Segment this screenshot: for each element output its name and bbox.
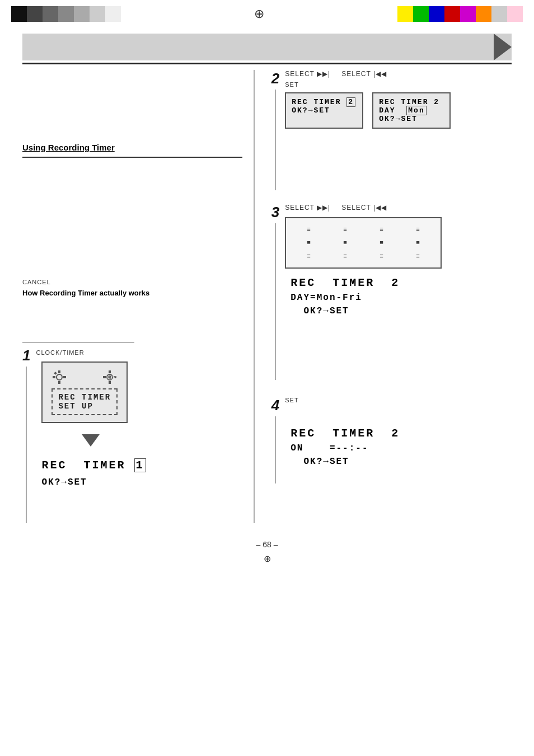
gear-icon-right: REC: [102, 369, 118, 385]
swatch-yellow: [397, 6, 413, 22]
select-left-label: SELECT |◀◀: [341, 70, 387, 78]
main-layout: Using Recording Timer CANCEL How Recordi…: [22, 70, 512, 523]
swatches-left: [11, 6, 121, 22]
svg-point-0: [57, 374, 62, 380]
day-item: ≡: [368, 238, 395, 247]
swatch-green: [413, 6, 429, 22]
swatch-red: [444, 6, 460, 22]
day-item: ≡: [404, 252, 432, 261]
top-divider: [22, 63, 512, 64]
svg-rect-4: [63, 376, 66, 378]
step2-number: 2: [271, 70, 279, 87]
select-row-step2: SELECT ▶▶| SELECT |◀◀: [285, 70, 451, 78]
lcd-display-step1: REC REC TIMER SET UP: [41, 361, 128, 423]
title-arrow: [494, 34, 512, 60]
day-item: ≡: [368, 252, 395, 261]
svg-rect-9: [103, 376, 106, 378]
select-left-label3: SELECT |◀◀: [341, 204, 387, 212]
lcd-display2-right: REC TIMER 2 DAY Mon OK?→SET: [372, 92, 451, 129]
title-banner: [22, 34, 512, 60]
cancel-label: CANCEL: [22, 279, 242, 285]
swatches-right: [397, 6, 523, 22]
day-item: ≡: [331, 238, 359, 247]
rec-timer-display4: REC TIMER 2 ON =--:-- OK?→SET: [291, 426, 400, 468]
bottom-crosshair: ⊕: [22, 553, 512, 564]
section-heading: Using Recording Timer: [22, 143, 242, 152]
step4-content: SET REC TIMER 2 ON =--:-- OK?→SET: [285, 397, 400, 468]
rec-timer-line2: OK?→SET: [41, 476, 146, 489]
lcd-icons: REC: [51, 369, 118, 385]
rec-timer-display1: REC TIMER 1 OK?→SET: [41, 458, 146, 489]
swatch-blue: [429, 6, 444, 22]
body-text-space: [22, 167, 242, 212]
svg-rect-5: [54, 372, 58, 375]
page-number: – 68 –: [22, 540, 512, 549]
day-grid: ≡ ≡ ≡ ≡ ≡ ≡ ≡ ≡ ≡ ≡ ≡ ≡: [295, 225, 432, 261]
rec-timer-display3: REC TIMER 2 DAY=Mon-Fri OK?→SET: [291, 275, 442, 318]
swatch-black: [11, 6, 27, 22]
crosshair-center: ⊕: [254, 7, 264, 21]
svg-rect-8: [109, 381, 111, 384]
swatch-orange: [476, 6, 491, 22]
gear-icon-left: [51, 369, 67, 385]
svg-rect-2: [58, 381, 60, 384]
lcd-pair-step2: REC TIMER 2 OK?→SET REC TIMER 2 DAY Mon …: [285, 92, 451, 129]
lcd-box-step1: REC REC TIMER SET UP: [41, 361, 146, 423]
day-item: ≡: [331, 252, 359, 261]
select-right-label3: SELECT ▶▶|: [285, 204, 330, 212]
step4-area: 4 SET REC TIMER 2 ON =--:-- OK?→SET: [271, 397, 512, 483]
step1-divider: [22, 342, 134, 342]
lcd-line1: REC TIMER: [58, 393, 111, 402]
lcd-line2: SET UP: [58, 402, 111, 411]
right-column: 2 SELECT ▶▶| SELECT |◀◀ SET REC TIMER 2: [254, 70, 512, 523]
rec-timer-line1: REC TIMER 1: [41, 458, 146, 473]
arrow-down-icon: [82, 434, 100, 447]
left-column: Using Recording Timer CANCEL How Recordi…: [22, 70, 254, 523]
swatch-pink: [507, 6, 523, 22]
svg-text:REC: REC: [107, 375, 117, 381]
step1-number: 1: [22, 347, 30, 364]
swatch-lighter-gray: [90, 6, 105, 22]
swatch-light-gray: [74, 6, 90, 22]
rec-timer4-line1: REC TIMER 2: [291, 426, 400, 442]
step1-vert-line: [26, 367, 27, 523]
day-item: ≡: [331, 225, 359, 234]
rec-timer3-line3: OK?→SET: [291, 304, 442, 318]
select-right-label: SELECT ▶▶|: [285, 70, 330, 78]
svg-rect-7: [109, 370, 111, 373]
set-label-step4: SET: [285, 397, 400, 403]
svg-rect-3: [53, 376, 55, 378]
step3-area: 3 SELECT ▶▶| SELECT |◀◀ ≡ ≡: [271, 204, 512, 380]
select-row-step3: SELECT ▶▶| SELECT |◀◀: [285, 204, 442, 212]
swatch-mid-gray: [58, 6, 74, 22]
day-item: ≡: [368, 225, 395, 234]
day-item: ≡: [295, 238, 322, 247]
swatch-gray: [43, 6, 58, 22]
page-content: Using Recording Timer CANCEL How Recordi…: [0, 28, 534, 586]
day-item: ≡: [295, 225, 322, 234]
swatch-near-white: [105, 6, 121, 22]
step2-content: SELECT ▶▶| SELECT |◀◀ SET REC TIMER 2 OK…: [285, 70, 451, 134]
swatch-silver: [491, 6, 507, 22]
swatch-magenta: [460, 6, 476, 22]
svg-rect-1: [58, 370, 60, 373]
step2-area: 2 SELECT ▶▶| SELECT |◀◀ SET REC TIMER 2: [271, 70, 512, 190]
day-item: ≡: [404, 238, 432, 247]
rec-timer4-line2: ON =--:--: [291, 442, 400, 455]
day-item: ≡: [404, 225, 432, 234]
rec-timer3-line1: REC TIMER 2: [291, 275, 442, 291]
lcd-text-box: REC TIMER SET UP: [51, 388, 118, 415]
clock-timer-label: CLOCK/TIMER: [36, 349, 146, 356]
day-item: ≡: [295, 252, 322, 261]
step3-vert-line: [275, 223, 276, 380]
day-grid-container: ≡ ≡ ≡ ≡ ≡ ≡ ≡ ≡ ≡ ≡ ≡ ≡: [285, 217, 442, 269]
step1-content: CLOCK/TIMER: [36, 349, 146, 489]
step4-vert-line: [275, 416, 276, 483]
rec-timer4-line3: OK?→SET: [291, 455, 400, 468]
rec-timer3-line2: DAY=Mon-Fri: [291, 291, 442, 304]
step4-number: 4: [271, 397, 279, 414]
how-works-heading: How Recording Timer actually works: [22, 289, 242, 297]
lcd-display2-left: REC TIMER 2 OK?→SET: [285, 92, 363, 129]
swatch-dark-gray: [27, 6, 43, 22]
step3-content: SELECT ▶▶| SELECT |◀◀ ≡ ≡ ≡ ≡ ≡ ≡: [285, 204, 442, 318]
